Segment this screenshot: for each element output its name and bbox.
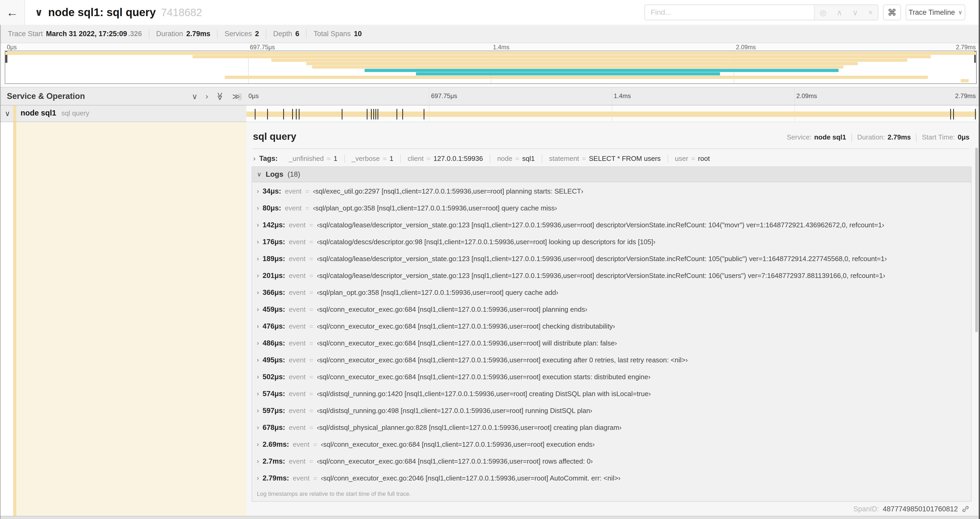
tree-gutter	[0, 122, 13, 516]
log-row[interactable]: › 597μs: event = ‹sql/distsql_running.go…	[252, 402, 971, 419]
next-match-icon[interactable]: ∨	[852, 8, 858, 17]
back-button[interactable]: ←	[0, 0, 25, 25]
log-timestamp: 502μs:	[262, 373, 285, 381]
keyboard-shortcuts-button[interactable]: ⌘	[883, 5, 901, 20]
minimap-span-bar	[5, 52, 976, 55]
find-input[interactable]	[645, 5, 814, 20]
tag-value: 1	[390, 155, 393, 163]
back-icon: ←	[6, 5, 18, 19]
trace-minimap: 0μs697.75μs1.4ms2.09ms2.79ms	[0, 43, 980, 87]
log-row[interactable]: › 486μs: event = ‹sql/conn_executor_exec…	[252, 335, 971, 351]
log-equals: =	[309, 255, 313, 263]
service-operation-header: Service & Operation	[7, 88, 85, 105]
tag-item[interactable]: user = root	[668, 155, 717, 163]
log-row[interactable]: › 201μs: event = ‹sql/catalog/lease/desc…	[252, 267, 971, 284]
log-row[interactable]: › 142μs: event = ‹sql/catalog/lease/desc…	[252, 217, 971, 233]
tag-equals: =	[582, 155, 586, 163]
axis-tick-label: 0μs	[7, 44, 17, 51]
chevron-right-icon: ›	[257, 374, 259, 380]
axis-tick-label: 0μs	[248, 92, 259, 100]
meta-value: 0μs	[958, 133, 969, 141]
log-row[interactable]: › 2.79ms: event = ‹sql/conn_executor_exe…	[252, 469, 971, 486]
log-equals: =	[309, 322, 313, 331]
log-row[interactable]: › 502μs: event = ‹sql/conn_executor_exec…	[252, 369, 971, 385]
log-row[interactable]: › 495μs: event = ‹sql/conn_executor_exec…	[252, 351, 971, 369]
log-row[interactable]: › 366μs: event = ‹sql/plan_opt.go:358 [n…	[252, 284, 971, 301]
log-timestamp: 574μs:	[262, 390, 285, 398]
span-collapse-icon[interactable]: ∨	[5, 109, 10, 118]
tags-list: _unfinished = 1 _verbose = 1 client = 12…	[282, 155, 717, 163]
trace-collapse-toggle-icon[interactable]: ∨	[35, 6, 43, 18]
tag-item[interactable]: _unfinished = 1	[282, 155, 345, 163]
span-detail-panel: sql query Service: node sql1 Duration: 2…	[246, 122, 980, 516]
logs-header[interactable]: ∨ Logs (18)	[252, 167, 971, 182]
log-row[interactable]: › 476μs: event = ‹sql/conn_executor_exec…	[252, 318, 971, 335]
detail-divider	[253, 149, 969, 149]
prev-match-icon[interactable]: ∧	[837, 8, 842, 17]
axis-gridline	[976, 88, 977, 105]
summary-value: 6	[295, 30, 299, 38]
log-row[interactable]: › 189μs: event = ‹sql/catalog/lease/desc…	[252, 250, 971, 267]
log-row[interactable]: › 176μs: event = ‹sql/catalog/descs/desc…	[252, 233, 971, 250]
log-message: ‹sql/plan_opt.go:358 [nsql1,client=127.0…	[317, 289, 558, 297]
log-field-key: event	[289, 255, 305, 263]
chevron-right-icon: ›	[257, 222, 259, 228]
deep-link-icon[interactable]	[962, 505, 969, 513]
trace-summary-item: Depth 6	[266, 29, 306, 38]
span-bar-cell[interactable]	[246, 105, 977, 122]
log-message: ‹sql/distsql_running.go:1420 [nsql1,clie…	[317, 390, 651, 398]
meta-value: 2.79ms	[888, 133, 911, 141]
log-row[interactable]: › 80μs: event = ‹sql/plan_opt.go:358 [ns…	[252, 200, 971, 217]
detail-footer: SpanID: 4877749850101760812	[253, 502, 969, 516]
log-equals: =	[309, 457, 313, 465]
chevron-right-icon: ›	[257, 441, 259, 448]
logs-accordion: ∨ Logs (18) › 34μs: event = ‹sql/exec_ut…	[251, 166, 972, 501]
focus-match-icon[interactable]: ◎	[819, 8, 826, 17]
expand-one-icon[interactable]: ›	[205, 92, 208, 101]
clear-find-icon[interactable]: ×	[868, 8, 873, 17]
column-resizer-handle[interactable]	[239, 93, 242, 100]
tag-item[interactable]: node = sql1	[490, 155, 542, 163]
minimap-canvas[interactable]	[5, 51, 977, 84]
log-event-tick	[396, 109, 397, 120]
summary-label: Trace Start	[8, 30, 43, 38]
tag-key: node	[497, 155, 512, 163]
collapse-all-icon[interactable]: ≫	[215, 92, 225, 100]
collapse-one-icon[interactable]: ∨	[192, 92, 197, 101]
page-title: node sql1: sql query	[48, 6, 156, 19]
log-message: ‹sql/conn_executor_exec.go:684 [nsql1,cl…	[317, 356, 688, 364]
log-row[interactable]: › 459μs: event = ‹sql/conn_executor_exec…	[252, 301, 971, 318]
span-row: ∨ node sql1sql query	[0, 105, 980, 122]
meta-value: node sql1	[814, 133, 846, 141]
log-row[interactable]: › 34μs: event = ‹sql/exec_util.go:2297 […	[252, 183, 971, 200]
logs-count: (18)	[287, 170, 300, 179]
horizontal-scrollbar-track[interactable]	[0, 516, 980, 519]
chevron-down-icon: ∨	[958, 9, 963, 16]
tag-item[interactable]: _verbose = 1	[345, 155, 401, 163]
log-event-tick	[373, 109, 374, 120]
span-duration-bar[interactable]	[246, 112, 977, 117]
log-event-tick	[255, 109, 256, 120]
log-timestamp: 34μs:	[262, 187, 282, 195]
log-timestamp: 201μs:	[262, 271, 285, 280]
log-timestamp: 80μs:	[262, 204, 282, 212]
log-equals: =	[305, 187, 309, 195]
tag-item[interactable]: client = 127.0.0.1:59936	[401, 155, 490, 163]
find-controls: ◎ ∧ ∨ ×	[814, 5, 878, 20]
log-row[interactable]: › 678μs: event = ‹sql/distsql_physical_p…	[252, 419, 971, 436]
trace-view-select[interactable]: Trace Timeline ∨	[906, 5, 965, 20]
window-right-edge	[979, 0, 980, 519]
tags-accordion[interactable]: › Tags: _unfinished = 1 _verbose = 1 cli…	[251, 152, 969, 165]
span-name-cell[interactable]: ∨ node sql1sql query	[0, 105, 246, 122]
log-row[interactable]: › 2.7ms: event = ‹sql/conn_executor_exec…	[252, 453, 971, 469]
log-row[interactable]: › 2.69ms: event = ‹sql/conn_executor_exe…	[252, 436, 971, 453]
axis-tick-label: 697.75μs	[431, 92, 457, 100]
span-service-name: node sql1sql query	[21, 109, 89, 117]
tag-item[interactable]: statement = SELECT * FROM users	[542, 155, 668, 163]
tag-value: sql1	[522, 155, 535, 163]
vertical-scrollbar[interactable]	[975, 148, 978, 332]
log-row[interactable]: › 574μs: event = ‹sql/distsql_running.go…	[252, 385, 971, 402]
log-equals: =	[309, 356, 313, 364]
log-timestamp: 142μs:	[262, 221, 285, 229]
log-event-tick	[950, 109, 951, 120]
